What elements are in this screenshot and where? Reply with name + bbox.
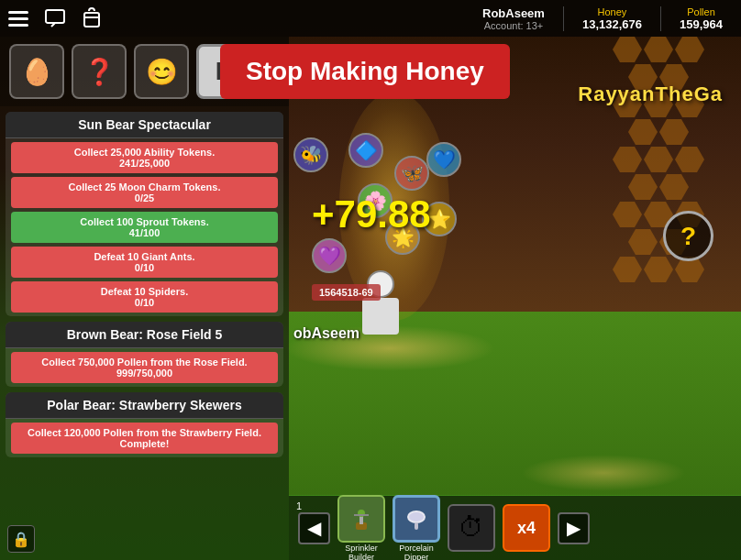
player-character — [358, 270, 404, 335]
quest-item-6[interactable]: Collect 750,000 Pollen from the Rose Fie… — [11, 352, 278, 383]
sprinkler-label: SprinklerBuilder — [345, 544, 378, 561]
floating-score-text: +79.88 — [312, 192, 431, 236]
top-bar: RobAseem Account: 13+ Honey 13,132,676 P… — [0, 0, 741, 37]
rayyan-name-text: RayyanTheGa — [578, 82, 723, 105]
world-player-name: obAseem — [293, 325, 359, 342]
bee-icon-5: 🔷 — [348, 133, 383, 168]
question-button[interactable]: ❓ — [72, 44, 127, 99]
help-button[interactable]: ? — [663, 211, 713, 261]
sunbear-title: Sun Bear Spectacular — [6, 112, 283, 138]
bee-icon-2: 🦋 — [394, 156, 429, 191]
player-account: Account: 13+ — [484, 20, 544, 31]
hotbar-item-sprinkler[interactable]: SprinklerBuilder — [337, 495, 385, 561]
honey-value: 13,132,676 — [582, 17, 642, 31]
other-player-name: RayyanTheGa — [578, 82, 723, 106]
quest-item-1[interactable]: Collect 25,000 Ability Tokens.241/25,000 — [11, 142, 278, 173]
quest-item-7[interactable]: Collect 120,000 Pollen from the Strawber… — [11, 423, 278, 454]
polarbear-title: Polar Bear: Strawberry Skewers — [6, 392, 283, 419]
bee-icon-1: 🐝 — [293, 137, 328, 172]
dipper-label: PorcelainDipper — [399, 544, 434, 561]
left-panel: 🥚 ❓ 😊 E ▶ Sun Bear Spectacular Collect 2… — [0, 37, 289, 560]
quest-item-2[interactable]: Collect 25 Moon Charm Tokens.0/25 — [11, 177, 278, 208]
chat-button[interactable] — [37, 0, 73, 37]
svg-rect-0 — [46, 10, 64, 23]
hotbar-item-dipper[interactable]: PorcelainDipper — [393, 495, 440, 561]
quest-section-brownbear: Brown Bear: Rose Field 5 Collect 750,000… — [6, 322, 283, 387]
hotbar-item-clock[interactable]: ⏱ — [448, 504, 495, 553]
bee-icon-7: 💙 — [426, 142, 461, 177]
honey-stat: Honey 13,132,676 — [563, 6, 660, 31]
pollen-stat: Pollen 159,964 — [660, 6, 741, 31]
quest-section-sunbear: Sun Bear Spectacular Collect 25,000 Abil… — [6, 112, 283, 316]
honey-label: Honey — [598, 6, 627, 17]
svg-point-8 — [409, 512, 424, 522]
smiley-button[interactable]: 😊 — [134, 44, 189, 99]
dipper-slot[interactable] — [393, 495, 440, 543]
nav-left-button[interactable]: ◀ — [298, 512, 330, 544]
clock-slot[interactable]: ⏱ — [448, 504, 495, 552]
quest-item-3[interactable]: Collect 100 Sprout Tokens.41/100 — [11, 212, 278, 243]
clock-icon: ⏱ — [459, 512, 484, 543]
player-info: RobAseem Account: 13+ — [482, 6, 563, 31]
pollen-value: 159,964 — [680, 17, 723, 31]
backpack-button[interactable] — [73, 0, 110, 37]
multiplier-badge[interactable]: x4 — [503, 504, 550, 552]
slot-number: 1 — [296, 500, 302, 511]
sprinkler-slot[interactable] — [337, 495, 385, 543]
score-popup: 1564518-69 — [312, 284, 381, 301]
bee-icon-6: 💜 — [312, 238, 347, 273]
player-name: RobAseem — [482, 6, 545, 20]
svg-rect-7 — [415, 522, 418, 530]
nav-right-button[interactable]: ▶ — [558, 512, 590, 544]
menu-button[interactable] — [0, 0, 37, 37]
quest-item-4[interactable]: Defeat 10 Giant Ants.0/10 — [11, 247, 278, 278]
egg-button[interactable]: 🥚 — [9, 44, 64, 99]
svg-rect-1 — [84, 13, 99, 27]
pollen-label: Pollen — [687, 6, 715, 17]
quest-item-5[interactable]: Defeat 10 Spiders.0/10 — [11, 281, 278, 313]
stop-banner: Stop Making Honey — [220, 44, 510, 99]
quest-section-polarbear: Polar Bear: Strawberry Skewers Collect 1… — [6, 392, 283, 457]
hotbar: 1 ◀ SprinklerBuilder PorcelainDipper — [289, 496, 741, 560]
lock-button[interactable]: 🔒 — [7, 525, 35, 553]
brownbear-title: Brown Bear: Rose Field 5 — [6, 322, 283, 348]
